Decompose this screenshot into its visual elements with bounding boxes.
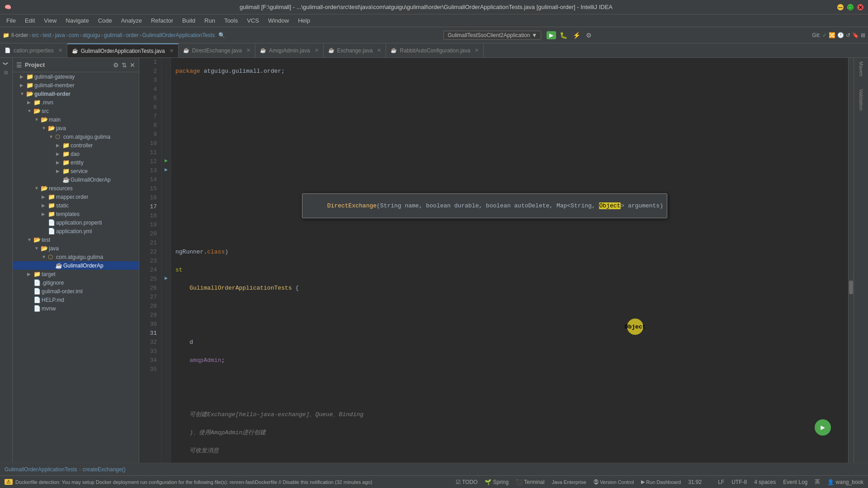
bc-order[interactable]: order (126, 32, 138, 38)
tree-item-iml[interactable]: ▶ 📄 gulimall-order.iml (13, 287, 139, 296)
sidebar-sort-icon[interactable]: ⇅ (122, 61, 127, 69)
maven-panel-label[interactable]: Maven (859, 61, 864, 76)
line-ending-indicator[interactable]: LF (718, 479, 724, 485)
structure-icon[interactable]: ❯ (3, 61, 9, 66)
tree-item-test-package[interactable]: ▼ ⬡ com.atguigu.gulima (13, 253, 139, 261)
tab-gulimall-tests[interactable]: ☕ GulimallOrderApplicationTests.java ✕ (67, 43, 179, 57)
tree-item-test[interactable]: ▼ 📂 test (13, 235, 139, 244)
menu-tools[interactable]: Tools (221, 16, 241, 25)
menu-code[interactable]: Code (94, 16, 116, 25)
maximize-button[interactable]: □ (847, 4, 854, 10)
version-control-button[interactable]: ⓽ Version Control (594, 479, 634, 485)
bc-class[interactable]: GulimallOrderApplicationTests (142, 32, 215, 38)
search-icon[interactable]: 🔍 (218, 32, 225, 38)
terminal-button[interactable]: ⬛ Terminal (516, 479, 544, 485)
tree-item-gulimall-member[interactable]: ▶ 📁 gulimall-member (13, 81, 139, 89)
tree-item-app-yml[interactable]: ▶ 📄 application.yml (13, 227, 139, 235)
menu-edit[interactable]: Edit (21, 16, 38, 25)
spring-button[interactable]: 🌱 Spring (485, 479, 509, 485)
bc-java[interactable]: java (55, 32, 65, 38)
refresh-icon[interactable]: ↺ (846, 32, 850, 38)
tab-rabbit-config[interactable]: ☕ RabbitAutoConfiguration.java ✕ (386, 43, 484, 57)
tree-item-test-java[interactable]: ▼ 📂 java (13, 244, 139, 253)
scrollbar-indicator[interactable] (848, 58, 854, 463)
tree-item-controller[interactable]: ▶ 📁 controller (13, 141, 139, 150)
tree-item-main[interactable]: ▼ 📂 main (13, 115, 139, 124)
minimize-button[interactable]: ─ (837, 4, 844, 10)
java-enterprise-button[interactable]: Java Enterprise (552, 479, 586, 485)
bc-gulimall[interactable]: gulimall (104, 32, 123, 38)
todo-button[interactable]: ☑ TODO (456, 479, 477, 485)
sidebar-close-icon[interactable]: ✕ (130, 61, 135, 69)
floating-run-button[interactable]: ▶ (815, 419, 831, 436)
editor-area[interactable]: 1 2 3 4 5 6 7 8 9 10 11 12 13 14 15 16 1… (139, 58, 854, 463)
tab-close-0[interactable]: ✕ (58, 47, 62, 53)
clock-icon[interactable]: 🕐 (837, 32, 844, 38)
tree-item-service[interactable]: ▶ 📁 service (13, 167, 139, 175)
encoding-indicator[interactable]: UTF-8 (731, 479, 747, 485)
tree-item-templates[interactable]: ▶ 📁 templates (13, 210, 139, 218)
tree-item-resources[interactable]: ▼ 📂 resources (13, 184, 139, 192)
bc-atguigu[interactable]: atguigu (82, 32, 100, 38)
tab-close-2[interactable]: ✕ (246, 47, 250, 53)
tree-item-mvn[interactable]: ▶ 📁 .mvn (13, 98, 139, 107)
menu-run[interactable]: Run (201, 16, 219, 25)
tab-direct-exchange[interactable]: ☕ DirectExchange.java ✕ (179, 43, 255, 57)
tree-item-com-atguigu[interactable]: ▼ ⬡ com.atguigu.gulima (13, 132, 139, 141)
run-button[interactable]: ▶ (547, 31, 556, 39)
tree-item-dao[interactable]: ▶ 📁 dao (13, 150, 139, 158)
menu-file[interactable]: File (3, 16, 19, 25)
git-branch-icon[interactable]: 🔀 (829, 32, 835, 38)
validation-panel-label[interactable]: Validation (859, 89, 864, 111)
run-config-selector[interactable]: GulimallTestSsoClient2Application ▼ (443, 31, 541, 40)
menu-vcs[interactable]: VCS (243, 16, 263, 25)
fold-gutter-25[interactable]: ▶ (162, 275, 170, 284)
run-dashboard-button[interactable]: ▶ Run Dashboard (641, 479, 681, 485)
commit-icon[interactable]: ⊡ (5, 69, 8, 76)
bc-com[interactable]: com (69, 32, 79, 38)
tree-item-src[interactable]: ▼ 📂 src (13, 107, 139, 115)
tree-item-main-java[interactable]: ▼ 📂 java (13, 124, 139, 132)
tab-application-properties[interactable]: 📄 cation.properties ✕ (0, 43, 67, 57)
menu-build[interactable]: Build (179, 16, 199, 25)
tree-item-entity[interactable]: ▶ 📁 entity (13, 158, 139, 167)
menu-window[interactable]: Window (264, 16, 292, 25)
menu-help[interactable]: Help (294, 16, 314, 25)
tree-item-gulimall-order[interactable]: ▼ 📂 gulimall-order (13, 89, 139, 98)
bc-project[interactable]: ll-order (11, 32, 28, 38)
indentation-indicator[interactable]: 4 spaces (754, 479, 776, 485)
sidebar-gear-icon[interactable]: ⚙ (113, 61, 119, 69)
tree-item-test-class[interactable]: ▶ ☕ GulimallOrderAp (13, 261, 139, 270)
tree-item-static[interactable]: ▶ 📁 static (13, 201, 139, 210)
coverage-icon[interactable]: ⚡ (571, 31, 582, 40)
tab-close-3[interactable]: ✕ (315, 47, 319, 53)
tree-item-target[interactable]: ▶ 📁 target (13, 270, 139, 278)
tree-item-mapper-order[interactable]: ▶ 📁 mapper.order (13, 192, 139, 201)
sidebar-expand-icon[interactable]: ☰ (16, 61, 22, 69)
bookmark-icon[interactable]: 🔖 (852, 32, 859, 38)
warning-badge[interactable]: ⚠ (5, 479, 13, 485)
tree-item-gulimall-gateway[interactable]: ▶ 📁 gulimall-gateway (13, 72, 139, 81)
debug-icon[interactable]: 🐛 (558, 31, 569, 40)
menu-navigate[interactable]: Navigate (62, 16, 92, 25)
tree-item-gitignore[interactable]: ▶ 📄 .gitignore (13, 278, 139, 287)
fold-gutter-13[interactable]: ▶ (162, 166, 170, 175)
menu-analyze[interactable]: Analyze (118, 16, 146, 25)
bc-test[interactable]: test (42, 32, 51, 38)
git-checkmark-icon[interactable]: ✓ (822, 32, 827, 38)
window-controls[interactable]: ─ □ ✕ (837, 4, 863, 10)
layout-icon[interactable]: ⊞ (861, 32, 865, 38)
tab-close-1[interactable]: ✕ (170, 48, 174, 54)
tree-item-help[interactable]: ▶ 📄 HELP.md (13, 296, 139, 304)
close-button[interactable]: ✕ (857, 4, 863, 10)
settings-icon[interactable]: ⚙ (584, 31, 594, 40)
bc-bottom-method[interactable]: createExchange() (83, 466, 126, 473)
tab-exchange[interactable]: ☕ Exchange.java ✕ (324, 43, 387, 57)
bc-src[interactable]: src (32, 32, 39, 38)
tab-amqp-admin[interactable]: ☕ AmqpAdmin.java ✕ (255, 43, 324, 57)
run-gutter-12[interactable]: ▶ (162, 157, 170, 166)
code-content[interactable]: package atguigu.gulimall.order; ngRunner… (171, 58, 854, 463)
tab-close-5[interactable]: ✕ (475, 47, 479, 53)
menu-view[interactable]: View (40, 16, 60, 25)
tree-item-mvnw[interactable]: ▶ 📄 mvnw (13, 304, 139, 313)
